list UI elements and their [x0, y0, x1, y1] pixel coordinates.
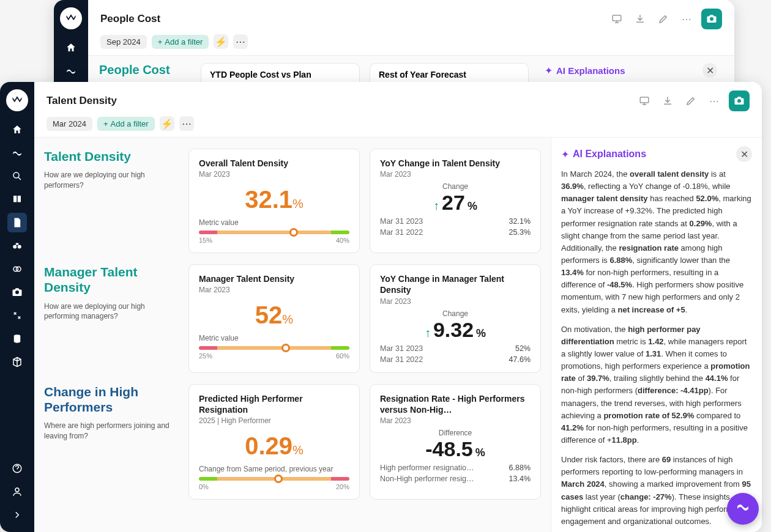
add-filter-button[interactable]: +Add a filter	[97, 117, 155, 131]
card-predicted-resignation[interactable]: Predicted High Performer Resignation 202…	[188, 384, 360, 500]
slider	[199, 231, 349, 234]
svg-rect-0	[613, 15, 621, 21]
ai-title: AI Explanations	[556, 65, 699, 76]
home-icon[interactable]	[61, 38, 81, 57]
section-desc: How are we deploying our high performers…	[44, 170, 179, 191]
ai-title: AI Explanations	[573, 149, 732, 160]
content-main: Talent Density How are we deploying our …	[34, 138, 551, 532]
edit-icon[interactable]	[655, 10, 672, 28]
row-manager-density: Manager Talent Density How are we deploy…	[44, 264, 541, 372]
card-overall-density[interactable]: Overall Talent Density Mar 2023 32.1% Me…	[188, 149, 360, 253]
wave-icon[interactable]	[61, 61, 81, 81]
search-icon[interactable]	[7, 166, 27, 186]
more-filters-icon[interactable]: ⋯	[179, 116, 194, 131]
ai-body: In March 2024, the overall talent densit…	[561, 168, 752, 528]
metric-value: 32.1%	[199, 186, 349, 213]
slider	[199, 346, 349, 350]
strategy-icon[interactable]	[7, 306, 27, 325]
row-change-hp: Change in High Performers Where are high…	[44, 384, 541, 500]
section-heading: Talent Density	[44, 149, 179, 164]
card-manager-density[interactable]: Manager Talent Density Mar 2023 52% Metr…	[188, 264, 360, 372]
card-resignation-diff[interactable]: Resignation Rate - High Performers versu…	[370, 384, 541, 500]
more-icon[interactable]: ⋯	[678, 10, 695, 28]
more-filters-icon[interactable]: ⋯	[233, 34, 248, 49]
camera-button[interactable]	[729, 91, 750, 111]
home-icon[interactable]	[7, 120, 27, 139]
section-heading: Manager Talent Density	[44, 264, 179, 295]
download-icon[interactable]	[631, 10, 649, 28]
content-front: Talent Density How are we deploying our …	[34, 138, 762, 532]
edit-icon[interactable]	[682, 92, 699, 109]
header-back: People Cost ⋯ Sep 2024 +Add a filter ⚡ ⋯	[88, 0, 734, 56]
camera-icon[interactable]	[7, 283, 27, 302]
arrow-up-icon: ↑	[433, 199, 439, 213]
more-icon[interactable]: ⋯	[706, 92, 723, 109]
svg-rect-9	[640, 97, 649, 103]
assistant-fab[interactable]	[727, 493, 759, 525]
main-front: Talent Density ⋯ Mar 2024 +Add a filter …	[34, 82, 762, 532]
page-title: People Cost	[100, 13, 603, 25]
page-title: Talent Density	[47, 95, 631, 107]
app-logo[interactable]	[60, 7, 82, 29]
metric-value: 52%	[199, 301, 349, 329]
help-icon[interactable]	[7, 459, 27, 478]
section-heading: Change in High Performers	[44, 384, 179, 415]
sidebar-front	[0, 82, 34, 532]
book-icon[interactable]	[7, 190, 27, 209]
database-icon[interactable]	[7, 329, 27, 349]
binoculars-icon[interactable]	[7, 236, 27, 256]
section-desc: Where are high performers joining and le…	[44, 421, 179, 441]
row-talent-density: Talent Density How are we deploying our …	[44, 149, 541, 253]
arrow-up-icon: ↑	[425, 326, 431, 340]
sparkle-icon: ✦	[561, 149, 569, 160]
add-filter-button[interactable]: +Add a filter	[152, 35, 209, 49]
ai-panel: ✦ AI Explanations ✕ In March 2024, the o…	[551, 138, 762, 532]
download-icon[interactable]	[659, 92, 676, 109]
card-yoy-overall[interactable]: YoY Change in Talent Density Mar 2023 Ch…	[370, 149, 541, 253]
cube-icon[interactable]	[7, 352, 27, 372]
date-chip[interactable]: Sep 2024	[100, 35, 147, 49]
svg-point-2	[13, 245, 17, 249]
svg-point-1	[13, 172, 19, 178]
change-value: ↑27%	[380, 191, 531, 215]
report-icon[interactable]	[7, 213, 27, 232]
slider	[199, 477, 349, 481]
bolt-icon[interactable]: ⚡	[160, 116, 174, 131]
overlap-icon[interactable]	[7, 259, 27, 279]
camera-button[interactable]	[701, 9, 722, 29]
user-icon[interactable]	[7, 482, 27, 501]
svg-point-3	[18, 245, 21, 249]
window-talent-density: Talent Density ⋯ Mar 2024 +Add a filter …	[0, 82, 762, 532]
metric-value: 0.29%	[199, 432, 349, 460]
svg-point-8	[15, 488, 19, 492]
present-icon[interactable]	[636, 92, 653, 109]
change-value: ↑9.32%	[380, 318, 531, 342]
sparkle-icon: ✦	[545, 65, 553, 76]
wave-icon[interactable]	[7, 143, 27, 163]
chevron-right-icon[interactable]	[7, 505, 27, 525]
bolt-icon[interactable]: ⚡	[214, 34, 228, 49]
app-logo[interactable]	[6, 89, 28, 111]
section-desc: How are we deploying our high performing…	[44, 301, 179, 322]
card-yoy-manager[interactable]: YoY Change in Manager Talent Density Mar…	[370, 264, 541, 372]
header-front: Talent Density ⋯ Mar 2024 +Add a filter …	[34, 82, 762, 138]
present-icon[interactable]	[608, 10, 625, 28]
close-icon[interactable]: ✕	[736, 146, 752, 162]
date-chip[interactable]: Mar 2024	[47, 117, 92, 131]
close-icon[interactable]: ✕	[702, 63, 717, 78]
change-value: -48.5%	[380, 437, 531, 461]
